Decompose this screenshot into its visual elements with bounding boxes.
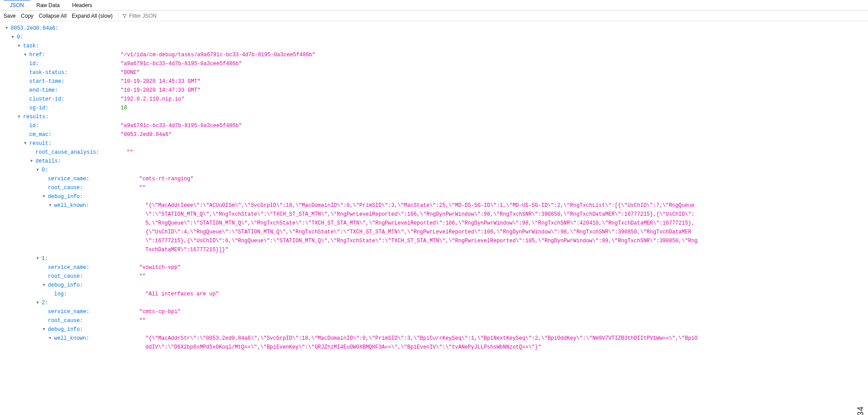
filter-wrap (118, 13, 182, 19)
json-key: 0 (42, 166, 48, 175)
json-key: results (23, 112, 49, 121)
json-value: "{\"MacAddrStr\":\"0053.2ed0.84a6\",\"Sv… (145, 334, 717, 352)
json-key: href (29, 50, 45, 59)
json-viewer[interactable]: ▼0053.2ed0.84a6 ▼0 ▼task ▼href"/v1/ida/c… (0, 21, 868, 415)
json-value: "" (139, 183, 163, 192)
json-key: service_name (48, 307, 90, 316)
json-key: details (35, 157, 61, 166)
tab-json[interactable]: JSON (4, 0, 30, 10)
caret-down-icon[interactable]: ▼ (29, 157, 34, 166)
caret-down-icon[interactable]: ▼ (23, 50, 27, 59)
json-key: result (29, 139, 51, 148)
caret-down-icon[interactable]: ▼ (11, 33, 15, 42)
json-value: "10-19-2020 14:47:33 GMT" (121, 86, 218, 95)
json-value: "10-19-2020 14:45:33 GMT" (121, 77, 218, 86)
tab-headers[interactable]: Headers (66, 0, 98, 10)
json-key: service_name (48, 175, 90, 183)
filter-icon (122, 13, 127, 19)
json-key: cm_mac (29, 130, 51, 139)
json-key: log (54, 290, 67, 299)
json-key: id (29, 59, 39, 68)
json-key: end-time (29, 86, 58, 95)
json-value: "0053.2ed0.84a6" (121, 130, 189, 139)
json-value: "/v1/ida/cm-debug/tasks/a9a6791c-bc33-4d… (121, 50, 333, 59)
caret-down-icon[interactable]: ▼ (23, 139, 27, 148)
json-value: "{\"MacAddrIeee\":\"ACUu0ISm\",\"SvcGrpI… (145, 201, 717, 254)
json-key: well_known (54, 201, 89, 210)
json-key: service_name (48, 263, 90, 272)
caret-down-icon[interactable]: ▼ (17, 112, 21, 121)
view-tabs: JSON Raw Data Headers (0, 0, 868, 11)
json-key: task-status (29, 68, 67, 77)
json-key: start-time (29, 77, 64, 86)
expand-all-button[interactable]: Expand All (slow) (72, 12, 113, 20)
json-key: debug_info (48, 192, 83, 201)
json-value: "" (139, 272, 163, 281)
json-key: task (23, 42, 39, 50)
json-value: 18 (121, 104, 145, 112)
json-key: well_known (54, 334, 89, 343)
copy-button[interactable]: Copy (21, 12, 33, 20)
json-key: debug_info (48, 325, 83, 334)
caret-down-icon[interactable]: ▼ (42, 325, 46, 334)
caret-down-icon[interactable]: ▼ (48, 201, 52, 210)
json-key: root_cause (48, 316, 83, 325)
json-key: 2 (42, 299, 48, 307)
json-key: 1 (42, 254, 48, 263)
caret-down-icon[interactable]: ▼ (42, 192, 46, 201)
caret-down-icon[interactable]: ▼ (48, 334, 52, 343)
json-key: root_cause_analysis (35, 148, 99, 157)
toolbar: Save Copy Collapse All Expand All (slow) (0, 11, 868, 21)
json-value: "All interfaces are up" (145, 290, 237, 299)
json-value: "192.0.2.110.nip.io" (121, 95, 202, 104)
caret-down-icon[interactable]: ▼ (17, 42, 21, 50)
json-value: "vswitch-vpp" (139, 263, 199, 272)
caret-down-icon[interactable]: ▼ (35, 166, 40, 175)
json-value: "" (139, 316, 163, 325)
json-value: "cmts-rt-ranging" (139, 175, 211, 183)
json-key: id (29, 121, 39, 130)
caret-down-icon[interactable]: ▼ (35, 254, 40, 263)
json-value: "a9a6791c-bc33-4d7b-8195-0a3cee5f486b" (121, 59, 260, 68)
json-key: sg-id (29, 104, 48, 112)
json-key: root_cause (48, 272, 83, 281)
filter-input[interactable] (129, 13, 182, 19)
json-key: root_cause (48, 183, 83, 192)
json-key: 0 (17, 33, 23, 42)
watermark: 521234 (856, 406, 865, 415)
json-value: "a9a6791c-bc33-4d7b-8195-0a3cee5f486b" (121, 121, 260, 130)
save-button[interactable]: Save (4, 12, 16, 20)
tab-raw-data[interactable]: Raw Data (30, 0, 66, 10)
collapse-all-button[interactable]: Collapse All (39, 12, 66, 20)
caret-down-icon[interactable]: ▼ (42, 281, 46, 290)
caret-down-icon[interactable]: ▼ (4, 24, 9, 33)
json-value: "DONE" (121, 68, 157, 77)
json-value: "" (127, 148, 151, 157)
json-value: "cmts-cp-bpi" (139, 307, 199, 316)
json-key: debug_info (48, 281, 83, 290)
caret-down-icon[interactable]: ▼ (35, 299, 40, 307)
json-key: 0053.2ed0.84a6 (11, 24, 59, 33)
json-key: cluster-id (29, 95, 64, 104)
